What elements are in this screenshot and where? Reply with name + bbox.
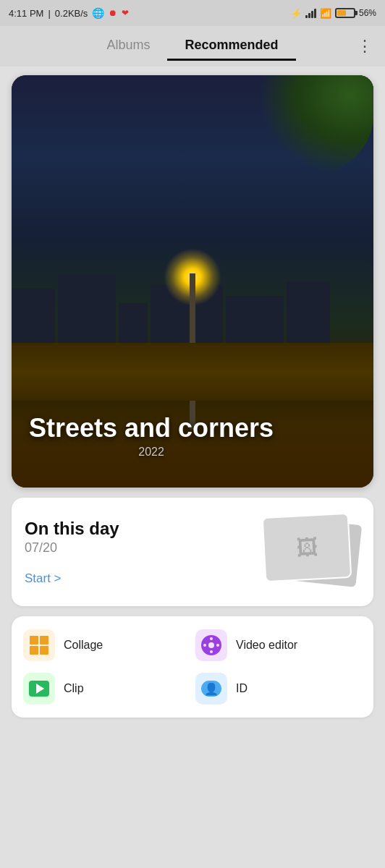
nav-tabs: Albums Recommended ⋮ bbox=[0, 26, 385, 67]
signal-bar-1 bbox=[305, 15, 308, 18]
chrome-icon: 🌐 bbox=[92, 7, 104, 19]
tools-grid: Collage Video editor bbox=[23, 629, 362, 705]
on-this-day-info: On this day 07/20 Start > bbox=[25, 519, 119, 586]
clip-icon-container bbox=[23, 673, 55, 705]
building-2 bbox=[58, 274, 116, 346]
tab-recommended[interactable]: Recommended bbox=[167, 32, 295, 61]
notification-icon: ❤ bbox=[122, 8, 129, 18]
id-icon: 👤 bbox=[201, 681, 221, 697]
video-dot-bottom bbox=[210, 650, 213, 653]
signal-bar-4 bbox=[314, 9, 316, 18]
collage-sq-4 bbox=[40, 646, 48, 655]
battery-percent: 56% bbox=[359, 8, 376, 18]
tool-video-editor[interactable]: Video editor bbox=[195, 629, 362, 661]
collage-label: Collage bbox=[64, 639, 103, 652]
photo-card[interactable]: Streets and corners 2022 bbox=[12, 75, 373, 488]
bluetooth-icon: ⚡ bbox=[290, 8, 302, 19]
signal-bar-3 bbox=[311, 11, 313, 18]
more-menu-button[interactable]: ⋮ bbox=[357, 37, 373, 56]
id-person-icon: 👤 bbox=[204, 682, 219, 696]
id-icon-container: 👤 bbox=[195, 673, 227, 705]
status-right: ⚡ 📶 56% bbox=[290, 8, 376, 19]
building-3 bbox=[119, 303, 148, 346]
tool-collage[interactable]: Collage bbox=[23, 629, 190, 661]
video-dot-left bbox=[203, 644, 206, 647]
building-6 bbox=[287, 281, 330, 346]
collage-sq-3 bbox=[30, 646, 38, 655]
on-this-day-date: 07/20 bbox=[25, 540, 119, 556]
collage-icon bbox=[30, 636, 48, 655]
on-this-day-start-button[interactable]: Start > bbox=[25, 571, 119, 586]
status-left: 4:11 PM | 0.2KB/s 🌐 ⏺ ❤ bbox=[9, 7, 129, 19]
clip-play-icon bbox=[36, 684, 44, 694]
photo-caption: Streets and corners 2022 bbox=[29, 414, 274, 459]
tools-card: Collage Video editor bbox=[12, 616, 373, 718]
collage-icon-container bbox=[23, 629, 55, 661]
tab-albums[interactable]: Albums bbox=[89, 32, 167, 61]
clip-label: Clip bbox=[64, 682, 84, 695]
on-this-day-card: On this day 07/20 Start > 🖼 bbox=[12, 498, 373, 606]
time: 4:11 PM bbox=[9, 8, 43, 19]
building-1 bbox=[12, 289, 55, 346]
road bbox=[12, 343, 373, 401]
network-speed-value: 0.2KB/s bbox=[55, 8, 88, 19]
tree-foliage bbox=[258, 75, 373, 176]
video-dot-right bbox=[216, 644, 219, 647]
signal-bar-2 bbox=[308, 13, 310, 18]
signal-bars bbox=[305, 9, 316, 18]
photo-year: 2022 bbox=[29, 446, 274, 459]
clip-icon bbox=[29, 681, 49, 697]
photo-title: Streets and corners bbox=[29, 414, 274, 443]
main-content: Streets and corners 2022 On this day 07/… bbox=[0, 67, 385, 868]
network-speed: | bbox=[48, 8, 50, 19]
video-editor-label: Video editor bbox=[236, 639, 297, 652]
video-editor-icon-container bbox=[195, 629, 227, 661]
id-label: ID bbox=[236, 682, 248, 695]
record-icon: ⏺ bbox=[109, 8, 117, 18]
photo-stack: 🖼 bbox=[252, 512, 360, 592]
photo-placeholder-icon: 🖼 bbox=[295, 535, 318, 561]
video-dot-top bbox=[210, 637, 213, 640]
photo-stack-front: 🖼 bbox=[262, 513, 352, 582]
building-5 bbox=[226, 296, 284, 346]
status-bar: 4:11 PM | 0.2KB/s 🌐 ⏺ ❤ ⚡ 📶 56% bbox=[0, 0, 385, 26]
battery-fill bbox=[337, 10, 346, 16]
battery-icon bbox=[335, 8, 355, 18]
collage-sq-2 bbox=[40, 636, 48, 644]
video-editor-icon bbox=[201, 635, 221, 655]
collage-sq-1 bbox=[30, 636, 38, 644]
on-this-day-title: On this day bbox=[25, 519, 119, 539]
tool-clip[interactable]: Clip bbox=[23, 673, 190, 705]
tool-id[interactable]: 👤 ID bbox=[195, 673, 362, 705]
video-icon-hole bbox=[208, 642, 214, 648]
wifi-icon: 📶 bbox=[320, 8, 331, 19]
